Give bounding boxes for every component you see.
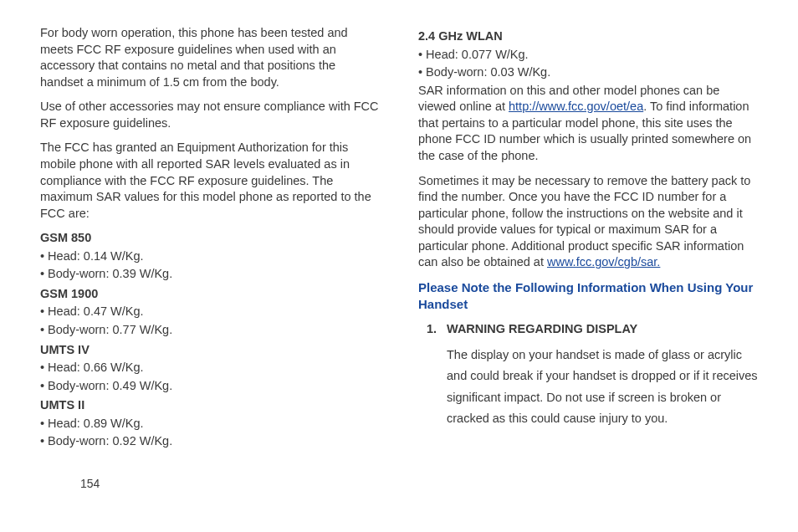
section-title: Please Note the Following Information Wh…: [418, 279, 758, 314]
right-column: 2.4 GHz WLAN • Head: 0.077 W/Kg. • Body-…: [418, 25, 758, 452]
item-number: 1.: [425, 321, 437, 338]
sar-value-head: • Head: 0.077 W/Kg.: [418, 47, 758, 64]
paragraph: For body worn operation, this phone has …: [40, 25, 380, 90]
paragraph: SAR information on this and other model …: [418, 83, 758, 165]
link-fcc-cgb-sar[interactable]: www.fcc.gov/cgb/sar.: [547, 255, 660, 269]
paragraph: Sometimes it may be necessary to remove …: [418, 173, 758, 271]
sar-value-head: • Head: 0.66 W/Kg.: [40, 360, 380, 376]
sar-group-title: UMTS II: [40, 397, 380, 414]
item-body: The display on your handset is made of g…: [447, 345, 758, 430]
left-column: For body worn operation, this phone has …: [40, 25, 380, 452]
item-label: WARNING REGARDING DISPLAY: [447, 321, 637, 338]
sar-value-body: • Body-worn: 0.03 W/Kg.: [418, 64, 758, 81]
sar-group-title: GSM 1900: [40, 286, 380, 303]
numbered-item: 1. WARNING REGARDING DISPLAY: [425, 321, 758, 338]
sar-group-title: GSM 850: [40, 230, 380, 247]
sar-group-title: UMTS IV: [40, 342, 380, 359]
page-number: 154: [80, 476, 100, 492]
paragraph: Use of other accessories may not ensure …: [40, 99, 380, 131]
sar-value-body: • Body-worn: 0.92 W/Kg.: [40, 433, 380, 450]
paragraph: The FCC has granted an Equipment Authori…: [40, 140, 380, 222]
sar-value-head: • Head: 0.14 W/Kg.: [40, 248, 380, 265]
sar-group-title: 2.4 GHz WLAN: [418, 28, 758, 45]
page-columns: For body worn operation, this phone has …: [40, 25, 758, 452]
sar-value-body: • Body-worn: 0.49 W/Kg.: [40, 378, 380, 395]
sar-value-body: • Body-worn: 0.39 W/Kg.: [40, 266, 380, 283]
sar-value-head: • Head: 0.89 W/Kg.: [40, 416, 380, 432]
sar-value-body: • Body-worn: 0.77 W/Kg.: [40, 322, 380, 339]
link-fcc-oet-ea[interactable]: http://www.fcc.gov/oet/ea: [509, 100, 643, 113]
sar-value-head: • Head: 0.47 W/Kg.: [40, 304, 380, 320]
